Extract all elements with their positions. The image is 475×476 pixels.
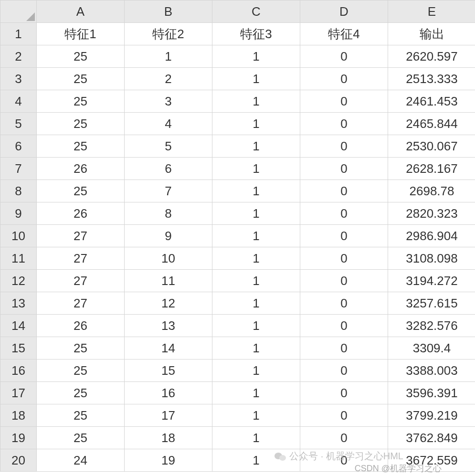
cell[interactable]: 特征4: [300, 23, 388, 45]
cell[interactable]: 1: [212, 113, 300, 135]
cell[interactable]: 0: [300, 135, 388, 158]
cell[interactable]: 1: [212, 337, 300, 360]
cell[interactable]: 1: [212, 382, 300, 404]
col-header-a[interactable]: A: [37, 0, 125, 23]
cell[interactable]: 1: [212, 135, 300, 158]
cell[interactable]: 5: [125, 135, 212, 158]
cell[interactable]: 0: [300, 427, 388, 449]
row-header[interactable]: 2: [0, 45, 37, 68]
row-header[interactable]: 11: [0, 247, 37, 270]
cell[interactable]: 0: [300, 270, 388, 292]
cell[interactable]: 25: [37, 68, 125, 90]
cell[interactable]: 3388.003: [388, 360, 475, 382]
row-header[interactable]: 13: [0, 292, 37, 315]
cell[interactable]: 2620.597: [388, 45, 475, 68]
cell[interactable]: 1: [212, 180, 300, 202]
row-header[interactable]: 14: [0, 315, 37, 337]
cell[interactable]: 2461.453: [388, 90, 475, 113]
cell[interactable]: 19: [125, 449, 212, 472]
cell[interactable]: 2986.904: [388, 225, 475, 247]
cell[interactable]: 1: [212, 202, 300, 225]
cell[interactable]: 特征3: [212, 23, 300, 45]
select-all-corner[interactable]: [0, 0, 37, 23]
cell[interactable]: 25: [37, 360, 125, 382]
cell[interactable]: 0: [300, 113, 388, 135]
col-header-b[interactable]: B: [125, 0, 212, 23]
cell[interactable]: 14: [125, 337, 212, 360]
row-header[interactable]: 8: [0, 180, 37, 202]
cell[interactable]: 8: [125, 202, 212, 225]
cell[interactable]: 0: [300, 90, 388, 113]
cell[interactable]: 3108.098: [388, 247, 475, 270]
cell[interactable]: 0: [300, 337, 388, 360]
row-header[interactable]: 4: [0, 90, 37, 113]
cell[interactable]: 0: [300, 449, 388, 472]
row-header[interactable]: 19: [0, 427, 37, 449]
cell[interactable]: 26: [37, 202, 125, 225]
row-header[interactable]: 16: [0, 360, 37, 382]
row-header[interactable]: 15: [0, 337, 37, 360]
cell[interactable]: 26: [37, 315, 125, 337]
cell[interactable]: 0: [300, 315, 388, 337]
cell[interactable]: 17: [125, 404, 212, 427]
cell[interactable]: 2628.167: [388, 158, 475, 180]
cell[interactable]: 特征2: [125, 23, 212, 45]
row-header[interactable]: 9: [0, 202, 37, 225]
cell[interactable]: 0: [300, 225, 388, 247]
cell[interactable]: 3: [125, 90, 212, 113]
row-header[interactable]: 17: [0, 382, 37, 404]
cell[interactable]: 3596.391: [388, 382, 475, 404]
cell[interactable]: 1: [212, 292, 300, 315]
cell[interactable]: 18: [125, 427, 212, 449]
cell[interactable]: 25: [37, 404, 125, 427]
cell[interactable]: 1: [125, 45, 212, 68]
cell[interactable]: 输出: [388, 23, 475, 45]
cell[interactable]: 25: [37, 113, 125, 135]
cell[interactable]: 1: [212, 449, 300, 472]
cell[interactable]: 1: [212, 360, 300, 382]
cell[interactable]: 6: [125, 158, 212, 180]
cell[interactable]: 27: [37, 247, 125, 270]
cell[interactable]: 1: [212, 404, 300, 427]
row-header[interactable]: 12: [0, 270, 37, 292]
cell[interactable]: 25: [37, 337, 125, 360]
cell[interactable]: 2: [125, 68, 212, 90]
cell[interactable]: 3282.576: [388, 315, 475, 337]
cell[interactable]: 27: [37, 225, 125, 247]
col-header-c[interactable]: C: [212, 0, 300, 23]
cell[interactable]: 25: [37, 90, 125, 113]
cell[interactable]: 0: [300, 180, 388, 202]
cell[interactable]: 2820.323: [388, 202, 475, 225]
cell[interactable]: 10: [125, 247, 212, 270]
cell[interactable]: 4: [125, 113, 212, 135]
row-header[interactable]: 6: [0, 135, 37, 158]
cell[interactable]: 25: [37, 180, 125, 202]
cell[interactable]: 27: [37, 292, 125, 315]
cell[interactable]: 7: [125, 180, 212, 202]
cell[interactable]: 0: [300, 404, 388, 427]
cell[interactable]: 3799.219: [388, 404, 475, 427]
col-header-d[interactable]: D: [300, 0, 388, 23]
cell[interactable]: 0: [300, 202, 388, 225]
cell[interactable]: 1: [212, 270, 300, 292]
cell[interactable]: 27: [37, 270, 125, 292]
cell[interactable]: 1: [212, 90, 300, 113]
cell[interactable]: 1: [212, 315, 300, 337]
row-header[interactable]: 7: [0, 158, 37, 180]
cell[interactable]: 12: [125, 292, 212, 315]
cell[interactable]: 1: [212, 158, 300, 180]
cell[interactable]: 0: [300, 382, 388, 404]
row-header[interactable]: 3: [0, 68, 37, 90]
row-header[interactable]: 18: [0, 404, 37, 427]
cell[interactable]: 24: [37, 449, 125, 472]
row-header[interactable]: 5: [0, 113, 37, 135]
cell[interactable]: 0: [300, 360, 388, 382]
cell[interactable]: 3309.4: [388, 337, 475, 360]
row-header[interactable]: 20: [0, 449, 37, 472]
cell[interactable]: 1: [212, 68, 300, 90]
cell[interactable]: 特征1: [37, 23, 125, 45]
cell[interactable]: 0: [300, 45, 388, 68]
cell[interactable]: 3672.559: [388, 449, 475, 472]
row-header[interactable]: 10: [0, 225, 37, 247]
cell[interactable]: 16: [125, 382, 212, 404]
